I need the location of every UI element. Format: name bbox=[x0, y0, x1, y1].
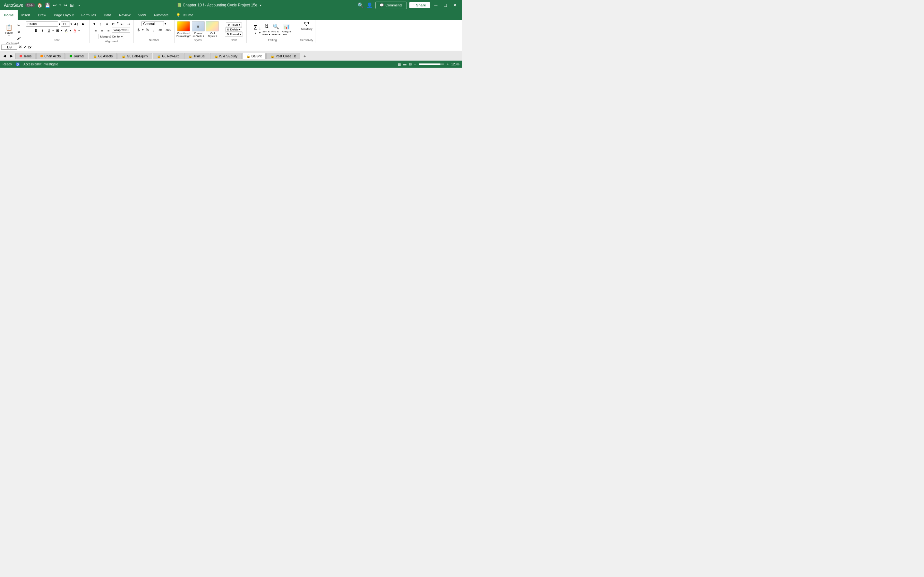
cut-button[interactable]: ✂ bbox=[16, 23, 22, 28]
function-icon[interactable]: fx bbox=[28, 45, 31, 49]
redo-icon[interactable]: ↪ bbox=[63, 2, 68, 8]
title-dropdown[interactable]: ▾ bbox=[260, 3, 262, 7]
increase-font-button[interactable]: A↑ bbox=[73, 21, 79, 27]
minimize-btn[interactable]: ─ bbox=[433, 2, 439, 8]
zoom-out-btn[interactable]: − bbox=[414, 63, 416, 66]
orientation-dropdown[interactable]: ▾ bbox=[117, 21, 119, 27]
insert-button[interactable]: ⊕ Insert ▾ bbox=[226, 23, 242, 27]
tab-insert[interactable]: Insert bbox=[18, 10, 34, 20]
sensitivity-button[interactable]: 🛡 bbox=[304, 21, 309, 27]
tab-is-sequity[interactable]: 🔒 IS & SEquity bbox=[210, 53, 242, 59]
tab-page-layout[interactable]: Page Layout bbox=[50, 10, 78, 20]
comma-btn[interactable]: , bbox=[151, 27, 157, 33]
preview-btn[interactable]: ⊟ bbox=[409, 63, 412, 66]
borders-button[interactable]: ⊞ bbox=[55, 27, 60, 33]
paste-button[interactable]: 📋 Paste ▾ bbox=[3, 21, 15, 41]
cell-reference-input[interactable] bbox=[1, 45, 17, 50]
tab-gl-assets[interactable]: 🔒 GL Assets bbox=[89, 53, 117, 59]
copy-button[interactable]: ⧉ bbox=[16, 29, 22, 35]
percent-btn[interactable]: % bbox=[144, 27, 150, 33]
ellipsis-btn[interactable]: ··· bbox=[76, 2, 81, 8]
fill-color-button[interactable]: A bbox=[63, 27, 69, 33]
tab-data[interactable]: Data bbox=[100, 10, 115, 20]
cell-styles-button[interactable]: CellStyles ▾ bbox=[208, 32, 217, 38]
zoom-slider[interactable] bbox=[419, 63, 444, 65]
tab-post-close-tb[interactable]: 🔒 Post Close TB bbox=[266, 53, 300, 59]
align-left-button[interactable]: ≡ bbox=[93, 27, 99, 33]
maximize-btn[interactable]: □ bbox=[442, 2, 449, 8]
indent-decrease-button[interactable]: ⇤ bbox=[120, 21, 125, 27]
autosave-toggle[interactable]: OFF bbox=[25, 3, 35, 7]
italic-button[interactable]: I bbox=[39, 27, 45, 33]
formula-cancel-icon[interactable]: ✕ bbox=[19, 45, 22, 49]
sort-filter-button[interactable]: ⇅ Sort &Filter ▾ bbox=[262, 23, 270, 36]
indent-increase-button[interactable]: ⇥ bbox=[126, 21, 132, 27]
save-icon[interactable]: 💾 bbox=[44, 2, 51, 8]
font-color-dropdown[interactable]: ▾ bbox=[78, 29, 80, 32]
align-top-button[interactable]: ⬆ bbox=[91, 21, 97, 27]
undo-icon[interactable]: ↩ bbox=[52, 2, 57, 8]
add-sheet-button[interactable]: + bbox=[301, 52, 309, 60]
format-as-table-button[interactable]: Formatas Table ▾ bbox=[192, 32, 204, 38]
underline-dropdown[interactable]: ▾ bbox=[52, 29, 54, 32]
accounting-btn[interactable]: $ bbox=[136, 27, 142, 33]
align-bottom-button[interactable]: ⬇ bbox=[104, 21, 110, 27]
font-color-button[interactable]: A bbox=[72, 27, 78, 33]
orientation-button[interactable]: ⟳ bbox=[111, 21, 116, 27]
font-name-box[interactable]: Calibri bbox=[26, 21, 58, 27]
tab-home[interactable]: Home bbox=[0, 10, 18, 20]
underline-button[interactable]: U bbox=[46, 27, 52, 33]
tab-trans[interactable]: Trans bbox=[15, 53, 36, 59]
find-select-button[interactable]: 🔍 Find &Select ▾ bbox=[271, 23, 280, 36]
font-name-dropdown[interactable]: ▾ bbox=[59, 23, 60, 26]
tab-review[interactable]: Review bbox=[115, 10, 134, 20]
profile-icon[interactable]: 👤 bbox=[367, 2, 373, 8]
analyze-data-button[interactable]: 📊 AnalyzeData bbox=[282, 23, 291, 36]
tab-trial-bal[interactable]: 🔒 Trial Bal bbox=[184, 53, 209, 59]
normal-view-btn[interactable]: ▦ bbox=[398, 63, 401, 66]
decrease-font-button[interactable]: A↓ bbox=[80, 21, 87, 27]
tab-view[interactable]: View bbox=[134, 10, 150, 20]
tab-gl-rev-exp[interactable]: 🔒 GL Rev-Exp bbox=[153, 53, 184, 59]
fill-dropdown[interactable]: ▾ bbox=[69, 29, 71, 32]
close-btn[interactable]: ✕ bbox=[451, 2, 459, 8]
tab-chart-accts[interactable]: Chart Accts bbox=[36, 53, 65, 59]
align-right-button[interactable]: ≡ bbox=[105, 27, 111, 33]
font-size-dropdown[interactable]: ▾ bbox=[71, 23, 72, 26]
borders-dropdown[interactable]: ▾ bbox=[61, 29, 63, 32]
delete-button[interactable]: ⊖ Delete ▾ bbox=[225, 27, 242, 32]
tab-tell-me[interactable]: 💡 Tell me bbox=[172, 10, 197, 20]
more-icon[interactable]: ⊞ bbox=[69, 2, 74, 8]
search-icon[interactable]: 🔍 bbox=[357, 2, 364, 8]
font-size-box[interactable]: 11 bbox=[61, 21, 70, 27]
tab-balsht[interactable]: 🔒 BalSht bbox=[242, 53, 266, 59]
prev-sheet-btn[interactable]: ◀ bbox=[1, 53, 8, 59]
tab-automate[interactable]: Automate bbox=[150, 10, 172, 20]
home-icon[interactable]: 🏠 bbox=[36, 2, 43, 8]
comments-button[interactable]: 💬 Comments bbox=[375, 2, 407, 9]
number-format-box[interactable]: General bbox=[142, 21, 164, 26]
formula-confirm-icon[interactable]: ✓ bbox=[23, 45, 27, 49]
tab-journal[interactable]: Journal bbox=[65, 53, 88, 59]
wrap-text-button[interactable]: Wrap Text ▾ bbox=[112, 27, 130, 33]
tab-formulas[interactable]: Formulas bbox=[78, 10, 100, 20]
tab-gl-liab-equity[interactable]: 🔒 GL Liab-Equity bbox=[118, 53, 152, 59]
tab-draw[interactable]: Draw bbox=[34, 10, 50, 20]
formula-input[interactable] bbox=[33, 45, 461, 49]
align-center-button[interactable]: ≡ bbox=[99, 27, 105, 33]
decrease-decimal-btn[interactable]: .00↓ bbox=[164, 27, 172, 33]
undo-dropdown[interactable]: ▾ bbox=[59, 3, 61, 7]
accounting-dropdown[interactable]: ▾ bbox=[142, 28, 144, 31]
number-format-dropdown[interactable]: ▾ bbox=[165, 22, 166, 25]
align-middle-button[interactable]: ↕ bbox=[98, 21, 103, 27]
next-sheet-btn[interactable]: ▶ bbox=[8, 53, 15, 59]
fill-button[interactable]: ↓ ▾ bbox=[258, 25, 261, 34]
merge-center-button[interactable]: Merge & Center ▾ bbox=[99, 34, 124, 39]
conditional-formatting-button[interactable]: ConditionalFormatting ▾ bbox=[176, 32, 191, 38]
share-button[interactable]: ↑ Share bbox=[409, 2, 430, 8]
increase-decimal-btn[interactable]: .0↑ bbox=[157, 27, 164, 33]
layout-view-btn[interactable]: ▬ bbox=[403, 63, 407, 66]
format-cells-button[interactable]: ⚙ Format ▾ bbox=[225, 32, 243, 37]
format-painter-button[interactable]: 🖌 bbox=[16, 35, 22, 41]
autosum-button[interactable]: Σ bbox=[254, 24, 257, 31]
